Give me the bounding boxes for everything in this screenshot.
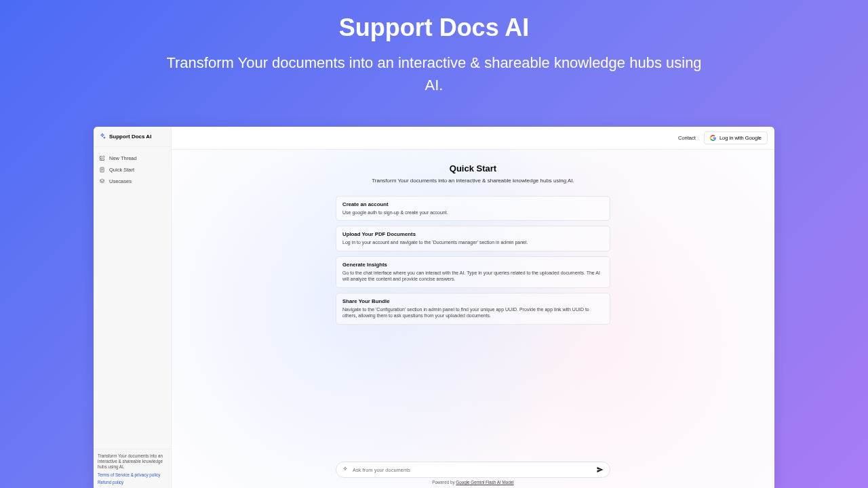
refund-link[interactable]: Refund policy [98,480,167,485]
ask-input-bar[interactable] [336,462,610,478]
footer-blurb: Transform Your documents into an interac… [98,453,167,470]
layers-icon [99,178,105,184]
google-icon [710,135,716,141]
main: Contact Log in with Google Quick Start T… [172,127,774,488]
step-title: Share Your Bundle [342,298,604,304]
sparkle-icon [99,133,106,140]
step-body: Log in to your account and navigate to t… [342,239,604,245]
step-title: Generate Insights [342,262,604,268]
step-card: Upload Your PDF Documents Log in to your… [336,226,610,251]
hero-title: Support Docs AI [0,14,868,42]
hero: Support Docs AI Transform Your documents… [0,0,868,96]
ask-input[interactable] [353,467,592,473]
sparkle-icon [342,466,349,473]
sidebar-item-label: New Thread [109,155,137,161]
brand-text: Support Docs AI [109,134,151,140]
step-body: Navigate to the 'Configuration' section … [342,306,604,319]
topbar: Contact Log in with Google [172,127,774,150]
content: Quick Start Transform Your documents int… [172,150,774,488]
brand[interactable]: Support Docs AI [94,127,171,147]
edit-icon [99,155,105,161]
login-label: Log in with Google [719,135,762,141]
sidebar-item-label: Quick Start [109,167,134,173]
step-card: Generate Insights Go to the chat interfa… [336,256,610,288]
terms-link[interactable]: Terms of Service & privacy policy [98,472,167,478]
step-title: Upload Your PDF Documents [342,231,604,237]
input-area: Powered by Google Gemini Flash AI Model [172,462,774,485]
send-icon[interactable] [596,466,604,474]
page-title: Quick Start [336,163,610,174]
powered-by: Powered by Google Gemini Flash AI Model [172,480,774,485]
step-body: Use google auth to sign-up & create your… [342,209,604,216]
step-title: Create an account [342,201,604,207]
login-button[interactable]: Log in with Google [704,131,768,144]
contact-link[interactable]: Contact [678,135,696,141]
sidebar-item-new-thread[interactable]: New Thread [97,152,167,164]
step-card: Create an account Use google auth to sig… [336,196,610,221]
step-card: Share Your Bundle Navigate to the 'Confi… [336,293,610,325]
doc-icon [99,167,105,173]
hero-subtitle: Transform Your documents into an interac… [156,52,712,96]
sidebar-footer: Transform Your documents into an interac… [94,449,171,488]
sidebar-item-quick-start[interactable]: Quick Start [97,164,167,176]
model-link[interactable]: Google Gemini Flash AI Model [456,480,513,485]
sidebar-item-usecases[interactable]: Usecases [97,176,167,187]
app-frame: Support Docs AI New Thread Quick Start U… [94,127,774,488]
sidebar: Support Docs AI New Thread Quick Start U… [94,127,172,488]
sidebar-item-label: Usecases [109,178,132,184]
step-body: Go to the chat interface where you can i… [342,270,604,283]
page-subtitle: Transform Your documents into an interac… [336,178,610,184]
sidebar-nav: New Thread Quick Start Usecases [94,147,171,449]
